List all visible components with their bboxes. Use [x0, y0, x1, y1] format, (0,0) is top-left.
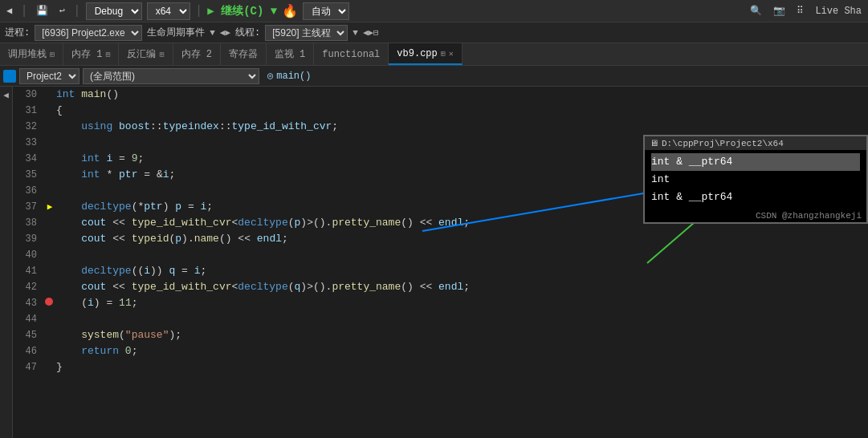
- project-selector[interactable]: Project2: [19, 68, 79, 84]
- camera-icon[interactable]: 📷: [770, 3, 789, 18]
- process-dropdown[interactable]: [6936] Project2.exe: [35, 25, 142, 41]
- editor-container: ◀ 30 int main() 31 { 32 using boost::typ…: [0, 87, 868, 438]
- table-row: 43 (i) = 11;: [13, 295, 868, 311]
- toolbar-undo[interactable]: ↩: [56, 3, 68, 18]
- nav2-icon: ◀▶⊟: [363, 27, 379, 38]
- func-icon: ◎: [267, 70, 273, 82]
- console-titlebar: 🖥 D:\cppProj\Project2\x64: [645, 136, 866, 150]
- table-row: 30 int main(): [13, 87, 868, 103]
- table-row: 42 cout << type_id_with_cvr<decltype(q)>…: [13, 279, 868, 295]
- scope-selector[interactable]: (全局范围): [83, 68, 259, 84]
- toolbar-back[interactable]: ◀: [3, 3, 15, 18]
- func-selector[interactable]: ◎ main(): [263, 70, 316, 82]
- nav-icon: ◀▶: [220, 27, 230, 38]
- tab-callstack[interactable]: 调用堆栈 ⊞: [0, 43, 63, 65]
- table-row: 39 cout << typeid(p).name() << endl;: [13, 231, 868, 247]
- filter-icon: ▼: [210, 28, 215, 38]
- tab-functional[interactable]: functional: [314, 43, 389, 65]
- table-row: 44: [13, 311, 868, 327]
- table-row: 31 {: [13, 103, 868, 119]
- console-body: int & __ptr64 int int & __ptr64: [645, 150, 866, 209]
- tab-vb9cpp-pin: ⊞: [441, 49, 446, 59]
- selectorbar: Project2 (全局范围) ◎ main(): [0, 66, 868, 87]
- console-window-icon: 🖥: [650, 138, 658, 148]
- tab-memory1[interactable]: 内存 1 ⊞: [63, 43, 119, 65]
- func-label: main(): [276, 71, 311, 82]
- processbar: 进程: [6936] Project2.exe 生命周期事件 ▼ ◀▶ 线程: …: [0, 22, 868, 43]
- sidebar-toggle[interactable]: ◀: [3, 90, 9, 100]
- tab-callstack-pin: ⊞: [50, 50, 55, 59]
- console-line-2: int: [651, 171, 860, 189]
- filter2-icon: ▼: [352, 28, 358, 38]
- tabbar: 调用堆栈 ⊞ 内存 1 ⊞ 反汇编 ⊞ 内存 2 寄存器 监视 1 functi…: [0, 43, 868, 66]
- tab-vb9cpp[interactable]: vb9.cpp ⊞ ✕: [389, 43, 462, 65]
- tab-disasm[interactable]: 反汇编 ⊞: [119, 43, 173, 65]
- console-line-3: int & __ptr64: [651, 189, 860, 206]
- table-row: 40: [13, 247, 868, 263]
- code-area[interactable]: 30 int main() 31 { 32 using boost::typei…: [13, 87, 868, 438]
- table-row: 45 system("pause");: [13, 327, 868, 343]
- tab-vb9cpp-label: vb9.cpp: [397, 48, 437, 59]
- project-icon: [3, 70, 16, 83]
- console-popup: 🖥 D:\cppProj\Project2\x64 int & __ptr64 …: [643, 135, 868, 224]
- arch-dropdown[interactable]: x64: [147, 2, 190, 20]
- table-row: 41 decltype((i)) q = i;: [13, 263, 868, 279]
- tab-vb9cpp-close[interactable]: ✕: [449, 49, 454, 59]
- table-row: 47 }: [13, 359, 868, 375]
- flame-icon: 🔥: [282, 3, 298, 19]
- debug-dropdown[interactable]: Debug: [86, 2, 142, 20]
- watermark: CSDN @zhangzhangkeji: [645, 209, 866, 222]
- thread-label: 线程:: [235, 26, 260, 39]
- table-row: 32 using boost::typeindex::type_id_with_…: [13, 119, 868, 135]
- tab-memory2[interactable]: 内存 2: [173, 43, 221, 65]
- console-line-1: int & __ptr64: [651, 153, 860, 171]
- lifecycle-label: 生命周期事件: [147, 26, 205, 39]
- auto-dropdown[interactable]: 自动: [303, 2, 349, 20]
- continue-button[interactable]: ▶ 继续(C) ▼: [207, 4, 277, 18]
- console-title: D:\cppProj\Project2\x64: [662, 139, 784, 148]
- toolbar-save[interactable]: 💾: [33, 3, 51, 18]
- toolbar: ◀ | 💾 ↩ | Debug x64 | ▶ 继续(C) ▼ 🔥 自动 🔍 📷…: [0, 0, 868, 22]
- live-share[interactable]: Live Sha: [812, 4, 865, 18]
- process-label: 进程:: [5, 26, 30, 39]
- sidebar-left: ◀: [0, 87, 13, 438]
- search-icon[interactable]: 🔍: [747, 3, 765, 18]
- table-row: 46 return 0;: [13, 343, 868, 359]
- grid-icon[interactable]: ⠿: [793, 3, 807, 18]
- thread-dropdown[interactable]: [5920] 主线程: [265, 25, 348, 41]
- tab-registers[interactable]: 寄存器: [221, 43, 267, 65]
- tab-watch1[interactable]: 监视 1: [267, 43, 314, 65]
